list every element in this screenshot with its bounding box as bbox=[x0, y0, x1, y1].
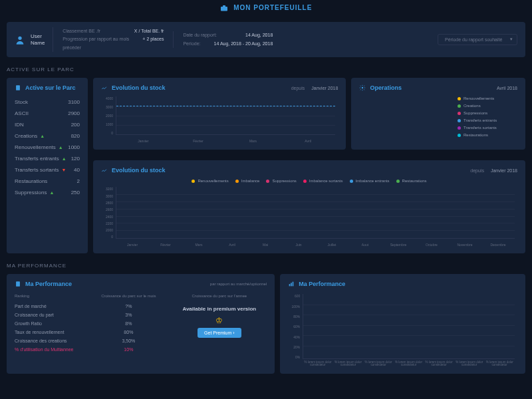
metric-row: Transferts sortants▼40 bbox=[15, 164, 80, 176]
table-row: Taux de renouvellement80% bbox=[15, 328, 166, 336]
table-row: Croissance des creations3,50% bbox=[15, 336, 166, 345]
legend-item: Restaurations bbox=[458, 133, 517, 137]
highlight-row: % d'utilisation du Multiannee 10% bbox=[15, 345, 166, 354]
svg-rect-7 bbox=[291, 283, 292, 287]
legend-item: Renouvellements bbox=[458, 96, 517, 100]
legend-item: Renouvellements bbox=[192, 179, 228, 183]
metric-row: Renouvellements▲1000 bbox=[15, 142, 80, 153]
clipboard-icon bbox=[15, 84, 21, 91]
document-icon bbox=[15, 281, 21, 287]
card-operations: Operations Avril 2018 RenouvellementsCre… bbox=[351, 78, 525, 150]
svg-rect-6 bbox=[289, 284, 291, 286]
metric-row: ASCII2900 bbox=[15, 108, 80, 119]
chart-evolution-large: 32003000280026002400220020000 JanvierFév… bbox=[101, 187, 517, 247]
info-col-rank: Classement BE .frX / Total BE. fr Progre… bbox=[53, 27, 173, 53]
legend-item: Restaurations bbox=[396, 179, 427, 183]
svg-rect-5 bbox=[16, 282, 20, 287]
chart-line-icon bbox=[101, 167, 108, 174]
legend-item: Transferts entrants bbox=[458, 118, 517, 122]
chart-line-icon bbox=[101, 84, 108, 91]
section-title-performance: MA PERFORMANCE bbox=[7, 263, 525, 269]
legend-item: Creations bbox=[458, 104, 517, 108]
user-name: User Name bbox=[31, 33, 45, 46]
card-evolution-large: Evolution du stock depuis Janvier 2018 R… bbox=[93, 160, 525, 253]
svg-rect-3 bbox=[16, 86, 20, 91]
card-active: Active sur le Parc Stock3100ASCII2900IDN… bbox=[7, 78, 88, 253]
svg-rect-0 bbox=[221, 7, 227, 11]
legend-item: Imbalance bbox=[235, 179, 260, 183]
card-evolution-small: Evolution du stock depuis Janvier 2018 4… bbox=[93, 78, 346, 150]
table-row: Croissance du part3% bbox=[15, 311, 166, 319]
premium-box: Available in premium version ♔ Get Premi… bbox=[172, 302, 267, 337]
gear-icon bbox=[359, 84, 366, 91]
svg-point-4 bbox=[362, 87, 364, 89]
section-title-active: ACTIVE SUR LE PARC bbox=[7, 66, 525, 72]
user-icon bbox=[15, 35, 25, 45]
get-premium-button[interactable]: Get Premium › bbox=[198, 328, 241, 338]
chart-bar-icon bbox=[288, 281, 295, 287]
legend-item: Imbalance entrants bbox=[350, 179, 390, 183]
metric-row: IDN200 bbox=[15, 119, 80, 130]
user-block: User Name bbox=[15, 33, 53, 46]
metric-row: Transferts entrants▲120 bbox=[15, 153, 80, 164]
svg-rect-8 bbox=[293, 282, 294, 287]
legend-item: Imbalance sortants bbox=[303, 179, 343, 183]
crown-icon: ♔ bbox=[172, 316, 267, 325]
metric-row: Stock3100 bbox=[15, 96, 80, 108]
info-col-date: Date du rapport:14 Aug, 2018 Periode:14 … bbox=[173, 31, 282, 48]
table-row: Part de marché?% bbox=[15, 302, 166, 311]
page-header: MON PORTEFEUILLE bbox=[7, 0, 525, 17]
metric-row: Suppressions▲250 bbox=[15, 187, 80, 198]
metric-row: Creations▲820 bbox=[15, 130, 80, 142]
svg-rect-1 bbox=[223, 5, 225, 7]
page-title: MON PORTEFEUILLE bbox=[233, 4, 312, 11]
legend-item: Transferts sortants bbox=[458, 126, 517, 130]
metric-row: Restaurations2 bbox=[15, 176, 80, 187]
briefcase-icon bbox=[220, 5, 228, 13]
card-title: Active sur le Parc bbox=[25, 84, 76, 91]
card-performance-chart: Ma Performance 600100%80%60%40%20%0% % l… bbox=[280, 274, 525, 374]
period-select[interactable]: Période du rapport souhaité bbox=[438, 34, 517, 45]
info-bar: User Name Classement BE .frX / Total BE.… bbox=[7, 22, 525, 58]
svg-point-2 bbox=[18, 36, 21, 39]
chart-performance: 600100%80%60%40%20%0% % lorem ipsum dolo… bbox=[288, 294, 517, 367]
table-row: Growth Ratio8% bbox=[15, 319, 166, 328]
chart-evolution-small: 40003000200010000 JanvierFévrierMarsAvri… bbox=[101, 96, 338, 143]
legend-item: Suppressions bbox=[458, 111, 517, 115]
card-performance-table: Ma Performance par rapport au marché/opt… bbox=[7, 274, 275, 374]
legend-item: Suppressions bbox=[266, 179, 296, 183]
